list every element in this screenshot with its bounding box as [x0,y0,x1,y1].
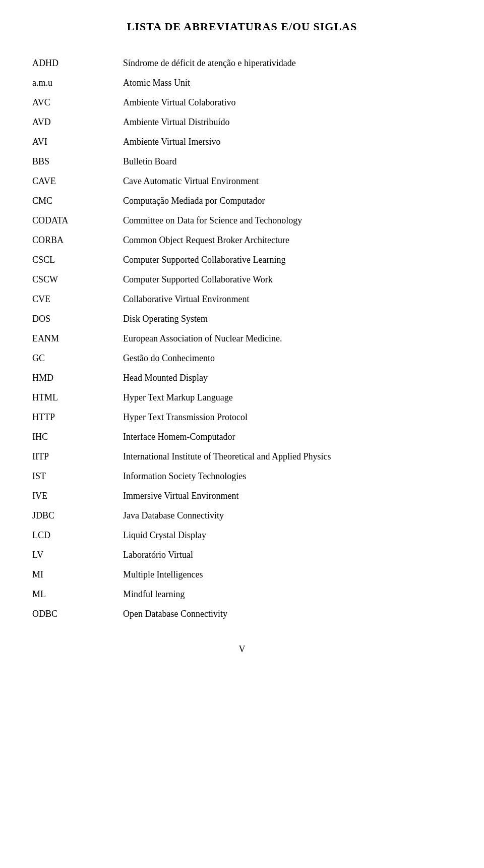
definition-cell: Common Object Request Broker Architectur… [121,230,454,250]
definition-cell: Information Society Technologies [121,467,454,486]
table-row: AVDAmbiente Virtual Distribuído [30,112,454,132]
table-row: HTMLHyper Text Markup Language [30,388,454,408]
definition-cell: Open Database Connectivity [121,604,454,624]
abbreviation-cell: CAVE [30,171,121,191]
table-row: JDBCJava Database Connectivity [30,506,454,526]
definition-cell: Computer Supported Collaborative Learnin… [121,250,454,270]
definition-cell: Cave Automatic Virtual Environment [121,171,454,191]
definition-cell: Immersive Virtual Environment [121,486,454,506]
abbreviation-cell: EANM [30,329,121,349]
abbreviation-cell: CSCW [30,270,121,290]
definition-cell: Atomic Mass Unit [121,73,454,93]
definition-cell: Computer Supported Collaborative Work [121,270,454,290]
table-row: BBSBulletin Board [30,152,454,171]
table-row: CSCLComputer Supported Collaborative Lea… [30,250,454,270]
table-row: MIMultiple Intelligences [30,565,454,585]
definition-cell: Multiple Intelligences [121,565,454,585]
abbreviation-cell: ML [30,585,121,604]
table-row: IHCInterface Homem-Computador [30,427,454,447]
abbreviation-cell: JDBC [30,506,121,526]
table-row: ADHDSíndrome de déficit de atenção e hip… [30,53,454,73]
abbreviation-cell: DOS [30,309,121,329]
abbreviation-cell: MI [30,565,121,585]
table-row: MLMindful learning [30,585,454,604]
definition-cell: Hyper Text Transmission Protocol [121,408,454,427]
abbreviation-cell: BBS [30,152,121,171]
definition-cell: Bulletin Board [121,152,454,171]
table-row: AVCAmbiente Virtual Colaborativo [30,93,454,112]
definition-cell: Ambiente Virtual Imersivo [121,132,454,152]
table-row: GCGestão do Conhecimento [30,349,454,368]
definition-cell: Ambiente Virtual Distribuído [121,112,454,132]
abbreviation-cell: HMD [30,368,121,388]
definition-cell: Mindful learning [121,585,454,604]
definition-cell: Computação Mediada por Computador [121,191,454,211]
definition-cell: Ambiente Virtual Colaborativo [121,93,454,112]
table-row: CODATACommittee on Data for Science and … [30,211,454,230]
abbreviation-cell: LV [30,545,121,565]
table-row: CAVECave Automatic Virtual Environment [30,171,454,191]
abbreviation-cell: CODATA [30,211,121,230]
definition-cell: International Institute of Theoretical a… [121,447,454,467]
abbreviation-cell: AVC [30,93,121,112]
table-row: LCDLiquid Crystal Display [30,526,454,545]
abbreviation-cell: HTML [30,388,121,408]
abbreviation-cell: AVD [30,112,121,132]
table-row: HMDHead Mounted Display [30,368,454,388]
definition-cell: Hyper Text Markup Language [121,388,454,408]
table-row: a.m.uAtomic Mass Unit [30,73,454,93]
table-row: EANMEuropean Association of Nuclear Medi… [30,329,454,349]
table-row: LVLaboratório Virtual [30,545,454,565]
definition-cell: Liquid Crystal Display [121,526,454,545]
definition-cell: Disk Operating System [121,309,454,329]
definition-cell: Head Mounted Display [121,368,454,388]
table-row: HTTPHyper Text Transmission Protocol [30,408,454,427]
table-row: ODBCOpen Database Connectivity [30,604,454,624]
table-row: IVEImmersive Virtual Environment [30,486,454,506]
table-row: ISTInformation Society Technologies [30,467,454,486]
table-row: CVECollaborative Virtual Environment [30,290,454,309]
table-row: DOSDisk Operating System [30,309,454,329]
abbreviation-cell: CORBA [30,230,121,250]
definition-cell: Collaborative Virtual Environment [121,290,454,309]
abbreviation-table: ADHDSíndrome de déficit de atenção e hip… [30,53,454,624]
abbreviation-cell: IITP [30,447,121,467]
page-title: LISTA DE ABREVIATURAS E/OU SIGLAS [30,20,454,33]
abbreviation-cell: ADHD [30,53,121,73]
definition-cell: Síndrome de déficit de atenção e hiperat… [121,53,454,73]
definition-cell: Java Database Connectivity [121,506,454,526]
abbreviation-cell: IST [30,467,121,486]
abbreviation-cell: HTTP [30,408,121,427]
abbreviation-cell: a.m.u [30,73,121,93]
page-footer: V [30,644,454,655]
abbreviation-cell: ODBC [30,604,121,624]
definition-cell: Laboratório Virtual [121,545,454,565]
definition-cell: European Association of Nuclear Medicine… [121,329,454,349]
definition-cell: Gestão do Conhecimento [121,349,454,368]
table-row: CSCWComputer Supported Collaborative Wor… [30,270,454,290]
abbreviation-cell: GC [30,349,121,368]
abbreviation-cell: IVE [30,486,121,506]
definition-cell: Interface Homem-Computador [121,427,454,447]
table-row: AVIAmbiente Virtual Imersivo [30,132,454,152]
abbreviation-cell: AVI [30,132,121,152]
table-row: IITPInternational Institute of Theoretic… [30,447,454,467]
abbreviation-cell: CVE [30,290,121,309]
abbreviation-cell: CSCL [30,250,121,270]
table-row: CMCComputação Mediada por Computador [30,191,454,211]
abbreviation-cell: CMC [30,191,121,211]
definition-cell: Committee on Data for Science and Techon… [121,211,454,230]
abbreviation-cell: LCD [30,526,121,545]
abbreviation-cell: IHC [30,427,121,447]
table-row: CORBACommon Object Request Broker Archit… [30,230,454,250]
